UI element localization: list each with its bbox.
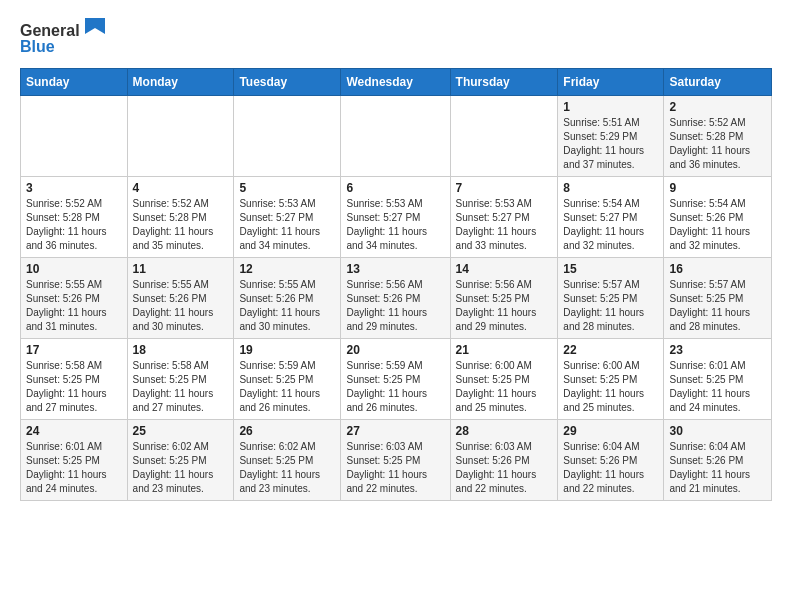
day-info: Sunrise: 5:52 AM Sunset: 5:28 PM Dayligh…	[133, 197, 229, 253]
day-number: 28	[456, 424, 553, 438]
day-cell	[21, 96, 128, 177]
day-number: 5	[239, 181, 335, 195]
day-number: 20	[346, 343, 444, 357]
day-number: 7	[456, 181, 553, 195]
day-cell: 6Sunrise: 5:53 AM Sunset: 5:27 PM Daylig…	[341, 177, 450, 258]
day-info: Sunrise: 6:04 AM Sunset: 5:26 PM Dayligh…	[563, 440, 658, 496]
day-info: Sunrise: 6:03 AM Sunset: 5:25 PM Dayligh…	[346, 440, 444, 496]
day-cell: 30Sunrise: 6:04 AM Sunset: 5:26 PM Dayli…	[664, 420, 772, 501]
day-info: Sunrise: 6:02 AM Sunset: 5:25 PM Dayligh…	[133, 440, 229, 496]
day-info: Sunrise: 5:51 AM Sunset: 5:29 PM Dayligh…	[563, 116, 658, 172]
day-info: Sunrise: 5:52 AM Sunset: 5:28 PM Dayligh…	[669, 116, 766, 172]
day-cell: 24Sunrise: 6:01 AM Sunset: 5:25 PM Dayli…	[21, 420, 128, 501]
day-info: Sunrise: 5:55 AM Sunset: 5:26 PM Dayligh…	[133, 278, 229, 334]
day-cell: 12Sunrise: 5:55 AM Sunset: 5:26 PM Dayli…	[234, 258, 341, 339]
week-row-1: 3Sunrise: 5:52 AM Sunset: 5:28 PM Daylig…	[21, 177, 772, 258]
day-info: Sunrise: 5:58 AM Sunset: 5:25 PM Dayligh…	[133, 359, 229, 415]
day-info: Sunrise: 6:00 AM Sunset: 5:25 PM Dayligh…	[563, 359, 658, 415]
logo: General Blue	[20, 16, 110, 58]
day-number: 6	[346, 181, 444, 195]
header: General Blue	[20, 16, 772, 58]
day-info: Sunrise: 5:56 AM Sunset: 5:26 PM Dayligh…	[346, 278, 444, 334]
day-info: Sunrise: 6:00 AM Sunset: 5:25 PM Dayligh…	[456, 359, 553, 415]
day-cell	[127, 96, 234, 177]
day-info: Sunrise: 5:53 AM Sunset: 5:27 PM Dayligh…	[239, 197, 335, 253]
day-number: 24	[26, 424, 122, 438]
day-number: 26	[239, 424, 335, 438]
day-number: 19	[239, 343, 335, 357]
day-cell: 10Sunrise: 5:55 AM Sunset: 5:26 PM Dayli…	[21, 258, 128, 339]
day-info: Sunrise: 5:53 AM Sunset: 5:27 PM Dayligh…	[456, 197, 553, 253]
day-number: 2	[669, 100, 766, 114]
day-info: Sunrise: 5:56 AM Sunset: 5:25 PM Dayligh…	[456, 278, 553, 334]
calendar-header: SundayMondayTuesdayWednesdayThursdayFrid…	[21, 69, 772, 96]
week-row-0: 1Sunrise: 5:51 AM Sunset: 5:29 PM Daylig…	[21, 96, 772, 177]
day-number: 22	[563, 343, 658, 357]
day-cell: 8Sunrise: 5:54 AM Sunset: 5:27 PM Daylig…	[558, 177, 664, 258]
header-cell-sunday: Sunday	[21, 69, 128, 96]
header-cell-friday: Friday	[558, 69, 664, 96]
day-number: 1	[563, 100, 658, 114]
day-cell: 23Sunrise: 6:01 AM Sunset: 5:25 PM Dayli…	[664, 339, 772, 420]
day-number: 21	[456, 343, 553, 357]
day-number: 16	[669, 262, 766, 276]
calendar-table: SundayMondayTuesdayWednesdayThursdayFrid…	[20, 68, 772, 501]
day-cell	[450, 96, 558, 177]
svg-marker-1	[85, 18, 105, 34]
day-cell: 21Sunrise: 6:00 AM Sunset: 5:25 PM Dayli…	[450, 339, 558, 420]
day-cell: 29Sunrise: 6:04 AM Sunset: 5:26 PM Dayli…	[558, 420, 664, 501]
day-number: 29	[563, 424, 658, 438]
day-cell: 2Sunrise: 5:52 AM Sunset: 5:28 PM Daylig…	[664, 96, 772, 177]
day-number: 10	[26, 262, 122, 276]
day-info: Sunrise: 5:59 AM Sunset: 5:25 PM Dayligh…	[239, 359, 335, 415]
day-cell: 20Sunrise: 5:59 AM Sunset: 5:25 PM Dayli…	[341, 339, 450, 420]
day-cell	[341, 96, 450, 177]
day-info: Sunrise: 5:54 AM Sunset: 5:27 PM Dayligh…	[563, 197, 658, 253]
day-number: 9	[669, 181, 766, 195]
day-cell: 13Sunrise: 5:56 AM Sunset: 5:26 PM Dayli…	[341, 258, 450, 339]
day-cell: 3Sunrise: 5:52 AM Sunset: 5:28 PM Daylig…	[21, 177, 128, 258]
day-cell: 19Sunrise: 5:59 AM Sunset: 5:25 PM Dayli…	[234, 339, 341, 420]
day-info: Sunrise: 5:55 AM Sunset: 5:26 PM Dayligh…	[26, 278, 122, 334]
header-cell-wednesday: Wednesday	[341, 69, 450, 96]
header-cell-monday: Monday	[127, 69, 234, 96]
header-row: SundayMondayTuesdayWednesdayThursdayFrid…	[21, 69, 772, 96]
day-number: 11	[133, 262, 229, 276]
header-cell-thursday: Thursday	[450, 69, 558, 96]
day-info: Sunrise: 5:53 AM Sunset: 5:27 PM Dayligh…	[346, 197, 444, 253]
day-number: 3	[26, 181, 122, 195]
day-cell: 18Sunrise: 5:58 AM Sunset: 5:25 PM Dayli…	[127, 339, 234, 420]
day-number: 30	[669, 424, 766, 438]
week-row-4: 24Sunrise: 6:01 AM Sunset: 5:25 PM Dayli…	[21, 420, 772, 501]
day-cell: 11Sunrise: 5:55 AM Sunset: 5:26 PM Dayli…	[127, 258, 234, 339]
day-number: 13	[346, 262, 444, 276]
day-info: Sunrise: 6:04 AM Sunset: 5:26 PM Dayligh…	[669, 440, 766, 496]
day-cell: 22Sunrise: 6:00 AM Sunset: 5:25 PM Dayli…	[558, 339, 664, 420]
svg-text:General: General	[20, 22, 80, 39]
week-row-3: 17Sunrise: 5:58 AM Sunset: 5:25 PM Dayli…	[21, 339, 772, 420]
day-cell: 17Sunrise: 5:58 AM Sunset: 5:25 PM Dayli…	[21, 339, 128, 420]
day-cell: 26Sunrise: 6:02 AM Sunset: 5:25 PM Dayli…	[234, 420, 341, 501]
day-cell: 5Sunrise: 5:53 AM Sunset: 5:27 PM Daylig…	[234, 177, 341, 258]
day-cell: 9Sunrise: 5:54 AM Sunset: 5:26 PM Daylig…	[664, 177, 772, 258]
day-info: Sunrise: 5:57 AM Sunset: 5:25 PM Dayligh…	[669, 278, 766, 334]
day-cell: 25Sunrise: 6:02 AM Sunset: 5:25 PM Dayli…	[127, 420, 234, 501]
day-info: Sunrise: 5:58 AM Sunset: 5:25 PM Dayligh…	[26, 359, 122, 415]
day-info: Sunrise: 6:03 AM Sunset: 5:26 PM Dayligh…	[456, 440, 553, 496]
page: General Blue SundayMondayTuesdayWednesda…	[0, 0, 792, 517]
day-number: 23	[669, 343, 766, 357]
day-number: 8	[563, 181, 658, 195]
day-info: Sunrise: 6:01 AM Sunset: 5:25 PM Dayligh…	[669, 359, 766, 415]
day-cell: 15Sunrise: 5:57 AM Sunset: 5:25 PM Dayli…	[558, 258, 664, 339]
day-number: 14	[456, 262, 553, 276]
day-info: Sunrise: 6:01 AM Sunset: 5:25 PM Dayligh…	[26, 440, 122, 496]
svg-text:Blue: Blue	[20, 38, 55, 55]
day-number: 17	[26, 343, 122, 357]
day-number: 25	[133, 424, 229, 438]
day-cell: 14Sunrise: 5:56 AM Sunset: 5:25 PM Dayli…	[450, 258, 558, 339]
day-info: Sunrise: 5:57 AM Sunset: 5:25 PM Dayligh…	[563, 278, 658, 334]
day-number: 4	[133, 181, 229, 195]
day-cell	[234, 96, 341, 177]
day-cell: 28Sunrise: 6:03 AM Sunset: 5:26 PM Dayli…	[450, 420, 558, 501]
day-info: Sunrise: 5:52 AM Sunset: 5:28 PM Dayligh…	[26, 197, 122, 253]
